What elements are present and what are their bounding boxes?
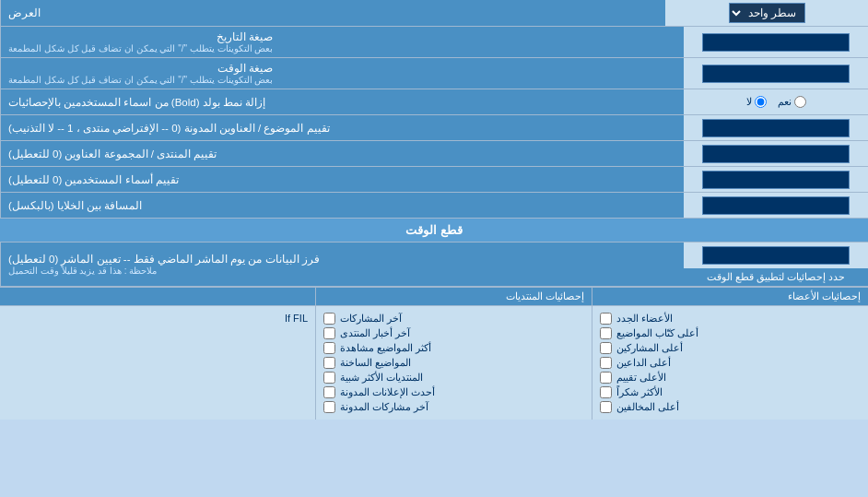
col1-title-text: إحصائيات الأعضاء	[788, 290, 861, 302]
check-item-most-thanked: الأكثر شكراً	[600, 386, 861, 398]
time-cut-stats-note-text: حدد إحصائيات لتطبيق قطع الوقت	[707, 271, 845, 282]
check-top-inviters[interactable]	[600, 357, 612, 369]
time-cut-label: فرز البيانات من يوم الماشر الماضي فقط --…	[0, 243, 684, 286]
check-hot-topics-label: المواضيع الساخنة	[340, 357, 411, 369]
main-container: العرض سطر واحدسطرينثلاثة أسطر صيغة التار…	[0, 0, 868, 420]
check-top-rated-label: الأعلى تقييم	[616, 372, 666, 384]
check-latest-blog-ads[interactable]	[323, 386, 335, 398]
check-item-latest-news: آخر أخبار المنتدى	[323, 327, 584, 339]
bold-yes-radio[interactable]	[794, 96, 806, 108]
bold-yes-text: نعم	[778, 96, 792, 108]
check-latest-posts-label: آخر المشاركات	[340, 313, 402, 325]
check-top-participants[interactable]	[600, 342, 612, 354]
topics-count-label: تقييم الموضوع / العناوين المدونة (0 -- ا…	[0, 115, 684, 140]
col2-title: إحصائيات المنتديات	[315, 288, 592, 306]
date-format-row: صيغة التاريخ بعض التكوينات يتطلب "/" الت…	[0, 27, 868, 58]
bold-no-text: لا	[746, 96, 752, 108]
check-top-violators-label: أعلى المخالفين	[616, 401, 679, 413]
check-item-top-inviters: أعلى الداعين	[600, 357, 861, 369]
check-top-participants-label: أعلى المشاركين	[616, 342, 683, 354]
check-top-inviters-label: أعلى الداعين	[616, 357, 671, 369]
topics-count-row: تقييم الموضوع / العناوين المدونة (0 -- ا…	[0, 115, 868, 141]
date-format-label: صيغة التاريخ بعض التكوينات يتطلب "/" الت…	[0, 27, 684, 57]
check-latest-news[interactable]	[323, 327, 335, 339]
forum-group-title: تقييم المنتدى / المجموعة العناوين (0 للت…	[8, 148, 217, 160]
time-cut-right-col: 0 حدد إحصائيات لتطبيق قطع الوقت	[684, 243, 868, 286]
check-similar-forums[interactable]	[323, 372, 335, 384]
time-cut-row-note: ملاحظة : هذا قد يزيد قليلاً وقت التحميل	[8, 266, 157, 276]
time-format-input-cell: H:i	[684, 58, 868, 89]
checkboxes-items-row: الأعضاء الجدد أعلى كتّاب المواضيع أعلى ا…	[0, 306, 868, 420]
date-format-input-cell: d-m	[684, 27, 868, 57]
bold-remove-title: إزالة نمط بولد (Bold) من اسماء المستخدمي…	[8, 96, 265, 109]
check-top-violators[interactable]	[600, 401, 612, 413]
topics-count-title: تقييم الموضوع / العناوين المدونة (0 -- ا…	[8, 122, 330, 135]
check-most-thanked[interactable]	[600, 386, 612, 398]
forum-group-label: تقييم المنتدى / المجموعة العناوين (0 للت…	[0, 141, 684, 166]
col-spacing-title: المسافة بين الخلايا (بالبكسل)	[8, 199, 142, 212]
check-most-thanked-label: الأكثر شكراً	[616, 386, 663, 398]
check-item-top-violators: أعلى المخالفين	[600, 401, 861, 413]
check-top-rated[interactable]	[600, 372, 612, 384]
bold-remove-row: إزالة نمط بولد (Bold) من اسماء المستخدمي…	[0, 89, 868, 115]
check-item-latest-posts: آخر المشاركات	[323, 313, 584, 325]
lines-dropdown[interactable]: سطر واحدسطرينثلاثة أسطر	[729, 3, 805, 23]
check-most-viewed[interactable]	[323, 342, 335, 354]
check-hot-topics[interactable]	[323, 357, 335, 369]
display-title: العرض	[8, 6, 41, 19]
time-format-input[interactable]: H:i	[702, 65, 850, 83]
users-count-label: تقييم أسماء المستخدمين (0 للتعطيل)	[0, 167, 684, 192]
time-format-title: صيغة الوقت	[8, 62, 273, 75]
checkboxes-section: إحصائيات الأعضاء إحصائيات المنتديات الأع…	[0, 287, 868, 420]
check-new-members-label: الأعضاء الجدد	[616, 313, 673, 325]
time-format-label: صيغة الوقت بعض التكوينات يتطلب "/" التي …	[0, 58, 684, 89]
col1-title: إحصائيات الأعضاء	[592, 288, 868, 306]
check-new-members[interactable]	[600, 313, 612, 325]
bold-yes-label[interactable]: نعم	[778, 96, 806, 108]
date-format-input[interactable]: d-m	[702, 33, 850, 52]
users-count-row: تقييم أسماء المستخدمين (0 للتعطيل) 0	[0, 167, 868, 193]
check-item-latest-blog-posts: آخر مشاركات المدونة	[323, 401, 584, 413]
check-similar-forums-label: المنتديات الأكثر شبية	[340, 372, 423, 384]
display-label: العرض	[0, 0, 665, 26]
col3-title-empty	[0, 288, 315, 306]
check-top-topic-writers[interactable]	[600, 327, 612, 339]
check-col-3: If FIL	[0, 306, 315, 420]
check-latest-blog-posts[interactable]	[323, 401, 335, 413]
time-format-sublabel: بعض التكوينات يتطلب "/" التي يمكن ان تضا…	[8, 75, 273, 85]
users-count-input[interactable]: 0	[702, 171, 850, 189]
check-item-latest-blog-ads: أحدث الإعلانات المدونة	[323, 386, 584, 398]
time-cut-input-cell: 0	[684, 243, 868, 268]
date-format-title: صيغة التاريخ	[8, 30, 273, 43]
time-cut-title: قطع الوقت	[405, 223, 463, 237]
bold-no-label[interactable]: لا	[746, 96, 767, 108]
check-latest-posts[interactable]	[323, 313, 335, 325]
col2-title-text: إحصائيات المنتديات	[506, 290, 584, 302]
topics-count-input-cell: 33	[684, 115, 868, 140]
users-count-input-cell: 0	[684, 167, 868, 192]
time-cut-section-header: قطع الوقت	[0, 219, 868, 243]
check-item-top-rated: الأعلى تقييم	[600, 372, 861, 384]
col-spacing-input[interactable]: 2	[702, 196, 850, 215]
bold-remove-label: إزالة نمط بولد (Bold) من اسماء المستخدمي…	[0, 89, 684, 114]
col-spacing-input-cell: 2	[684, 193, 868, 218]
forum-group-input-cell: 33	[684, 141, 868, 166]
col-spacing-label: المسافة بين الخلايا (بالبكسل)	[0, 193, 684, 218]
check-item-new-members: الأعضاء الجدد	[600, 313, 861, 325]
time-cut-stats-note: حدد إحصائيات لتطبيق قطع الوقت	[684, 268, 868, 286]
topics-count-input[interactable]: 33	[702, 119, 850, 137]
time-cut-row-label: فرز البيانات من يوم الماشر الماضي فقط --…	[8, 253, 320, 266]
checkboxes-titles-row: إحصائيات الأعضاء إحصائيات المنتديات	[0, 288, 868, 306]
check-item-top-participants: أعلى المشاركين	[600, 342, 861, 354]
check-top-topic-writers-label: أعلى كتّاب المواضيع	[616, 327, 698, 339]
time-cut-input[interactable]: 0	[702, 246, 850, 265]
col-spacing-row: المسافة بين الخلايا (بالبكسل) 2	[0, 193, 868, 219]
check-col-2: آخر المشاركات آخر أخبار المنتدى أكثر الم…	[315, 306, 592, 420]
check-most-viewed-label: أكثر المواضيع مشاهدة	[340, 342, 431, 354]
time-cut-row: فرز البيانات من يوم الماشر الماضي فقط --…	[0, 243, 868, 287]
forum-group-input[interactable]: 33	[702, 145, 850, 163]
footer-note: If FIL	[7, 310, 308, 326]
dropdown-cell: سطر واحدسطرينثلاثة أسطر	[665, 0, 868, 26]
check-item-hot-topics: المواضيع الساخنة	[323, 357, 584, 369]
bold-no-radio[interactable]	[755, 96, 767, 108]
